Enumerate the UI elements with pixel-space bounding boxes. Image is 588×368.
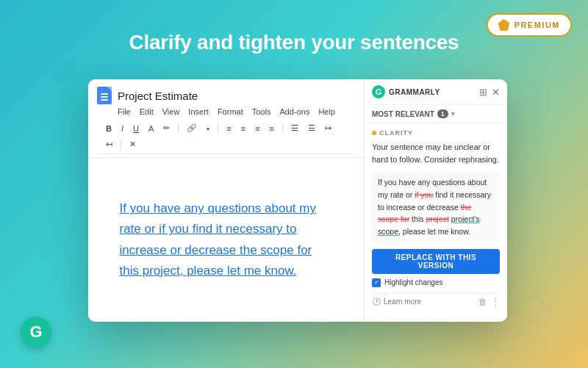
toolbar-list[interactable]: ☰ [305, 122, 318, 134]
docs-body-text: If you have any questions about my rate … [120, 198, 333, 281]
suggestion-strikethrough-project: project [426, 214, 449, 223]
premium-badge[interactable]: PREMIUM [487, 13, 572, 37]
clarity-label: CLARITY [372, 129, 500, 137]
toolbar-separator-3 [282, 123, 283, 134]
grammarly-fab-letter: G [29, 322, 42, 342]
most-relevant-label: MOST RELEVANT [372, 110, 434, 118]
highlight-label: Highlight changes [384, 278, 443, 286]
toolbar-clear[interactable]: ✕ [126, 138, 139, 151]
most-relevant-chevron: ▾ [451, 110, 455, 118]
toolbar-underline[interactable]: U [130, 123, 142, 134]
docs-header: Project Estimate File Edit View Insert F… [88, 79, 364, 158]
toolbar-bold[interactable]: B [103, 123, 115, 134]
menu-format[interactable]: Format [218, 107, 243, 116]
toolbar-separator-1 [178, 123, 179, 134]
highlight-changes-row: Highlight changes [372, 278, 500, 287]
menu-edit[interactable]: Edit [140, 107, 154, 116]
grammarly-header: G GRAMMARLY ⊞ ✕ [365, 79, 507, 105]
grammarly-logo-row: G GRAMMARLY [372, 85, 440, 98]
clarity-section: CLARITY Your sentence may be unclear or … [365, 123, 507, 322]
toolbar-align-center[interactable]: ≡ [238, 123, 248, 134]
grammarly-logo-icon: G [372, 85, 385, 98]
docs-panel: Project Estimate File Edit View Insert F… [88, 79, 364, 322]
most-relevant-count: 1 [437, 109, 448, 118]
toolbar-separator-2 [218, 123, 218, 134]
more-icon[interactable]: ⋮ [491, 297, 500, 307]
most-relevant-bar: MOST RELEVANT 1 ▾ [365, 105, 507, 123]
app-window: Project Estimate File Edit View Insert F… [88, 79, 507, 322]
toolbar-justify[interactable]: ≡ [266, 123, 276, 134]
suggestion-text-normal3: this [409, 214, 426, 223]
suggestion-text-normal4: , please let me know. [398, 227, 470, 236]
clarity-dot-icon [372, 131, 376, 135]
docs-toolbar: B I U A ✏ 🔗 ▪ ≡ ≡ ≡ ≡ ☰ ☰ ↦ ↤ ✕ [97, 119, 355, 154]
docs-title: Project Estimate [118, 90, 198, 102]
menu-view[interactable]: View [162, 107, 180, 116]
toolbar-line-spacing[interactable]: ☰ [288, 122, 301, 134]
menu-insert[interactable]: Insert [188, 107, 209, 116]
grammarly-fab-button[interactable]: G [21, 317, 51, 347]
docs-title-row: Project Estimate [97, 87, 355, 104]
learn-more-link[interactable]: 🕐 Learn more [372, 297, 421, 306]
menu-tools[interactable]: Tools [252, 107, 271, 116]
menu-file[interactable]: File [118, 107, 131, 116]
toolbar-italic[interactable]: I [118, 123, 126, 134]
toolbar-indent[interactable]: ↦ [322, 122, 334, 134]
premium-label: PREMIUM [514, 21, 560, 29]
toolbar-color[interactable]: A [146, 123, 157, 134]
grammarly-panel: G GRAMMARLY ⊞ ✕ MOST RELEVANT 1 ▾ CLARIT… [364, 79, 507, 322]
toolbar-align-left[interactable]: ≡ [223, 123, 234, 134]
docs-menu: File Edit View Insert Format Tools Add-o… [97, 107, 355, 116]
toolbar-align-right[interactable]: ≡ [252, 123, 262, 134]
docs-file-icon [97, 87, 112, 104]
suggestion-strikethrough-if-you: if you [415, 190, 433, 199]
toolbar-outdent[interactable]: ↤ [103, 138, 115, 151]
settings-icon[interactable]: ⊞ [479, 87, 487, 98]
grammarly-brand-label: GRAMMARLY [389, 88, 440, 96]
premium-diamond-icon [498, 19, 510, 31]
clarity-suggestion-box: If you have any questions about my rate … [372, 171, 500, 243]
highlight-checkbox[interactable] [372, 278, 381, 287]
docs-content: If you have any questions about my rate … [88, 158, 364, 322]
toolbar-link[interactable]: 🔗 [184, 122, 200, 134]
menu-addons[interactable]: Add-ons [279, 107, 309, 116]
learn-more-text: Learn more [384, 297, 421, 306]
grammarly-header-icons: ⊞ ✕ [479, 87, 500, 98]
toolbar-image[interactable]: ▪ [204, 123, 212, 134]
clarity-description: Your sentence may be unclear or hard to … [372, 141, 500, 165]
toolbar-separator-4 [121, 140, 121, 150]
replace-button[interactable]: REPLACE WITH THIS VERSION [372, 249, 500, 274]
learn-more-clock-icon: 🕐 [372, 297, 381, 306]
docs-icon-lines [101, 92, 108, 102]
learn-more-row: 🕐 Learn more 🗑 ⋮ [372, 293, 500, 310]
toolbar-pen[interactable]: ✏ [160, 122, 173, 134]
learn-more-action-icons: 🗑 ⋮ [478, 297, 500, 307]
trash-icon[interactable]: 🗑 [478, 297, 487, 307]
menu-help[interactable]: Help [318, 107, 335, 116]
close-icon[interactable]: ✕ [492, 87, 500, 98]
